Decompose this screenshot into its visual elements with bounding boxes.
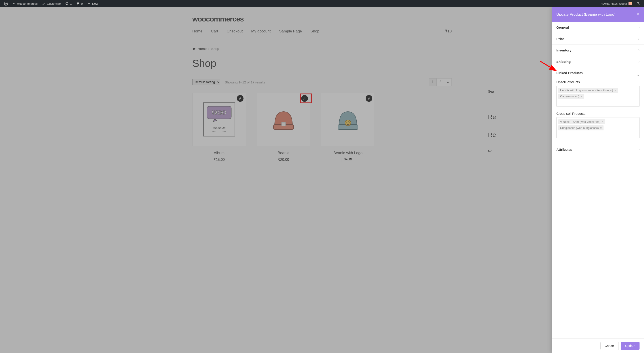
- section-linked-header[interactable]: Linked Products ⌄: [556, 71, 640, 78]
- search-icon[interactable]: [634, 2, 642, 5]
- close-icon[interactable]: ✕: [636, 12, 640, 17]
- crosssell-label: Cross-sell Products: [556, 112, 640, 115]
- chevron-right-icon: ›: [638, 25, 640, 29]
- svg-point-2: [14, 3, 15, 4]
- section-inventory[interactable]: Inventory›: [552, 45, 644, 56]
- tag: Cap (woo-cap)×: [558, 94, 584, 99]
- section-attributes[interactable]: Attributes›: [552, 144, 644, 155]
- site-link[interactable]: woocommerces: [10, 0, 40, 7]
- panel-title: Update Product (Beanie with Logo): [556, 12, 616, 17]
- crosssell-input[interactable]: V-Neck T-Shirt (woo-vneck-tee)× Sunglass…: [556, 117, 640, 138]
- wp-logo[interactable]: [2, 0, 10, 7]
- upsell-label: Upsell Products: [556, 80, 640, 84]
- section-general[interactable]: General›: [552, 22, 644, 33]
- section-price[interactable]: Price›: [552, 33, 644, 45]
- tag: Hoodie with Logo (woo-hoodie-with-logo)×: [558, 88, 618, 93]
- chevron-right-icon: ›: [638, 37, 640, 41]
- avatar: [628, 2, 632, 5]
- svg-point-3: [637, 2, 639, 4]
- remove-tag-icon[interactable]: ×: [602, 120, 604, 124]
- remove-tag-icon[interactable]: ×: [600, 126, 602, 130]
- adminbar-site-name: woocommerces: [17, 2, 38, 5]
- customize-link[interactable]: Customize: [40, 0, 63, 7]
- updates-link[interactable]: 1: [63, 0, 74, 7]
- upsell-input[interactable]: Hoodie with Logo (woo-hoodie-with-logo)×…: [556, 86, 640, 107]
- new-link[interactable]: New: [85, 0, 100, 7]
- comments-link[interactable]: 0: [74, 0, 85, 7]
- tag: V-Neck T-Shirt (woo-vneck-tee)×: [558, 119, 605, 124]
- svg-point-1: [13, 3, 14, 4]
- section-shipping[interactable]: Shipping›: [552, 56, 644, 67]
- howdy-user[interactable]: Howdy, Rashi Gupta: [598, 2, 634, 5]
- tag: Sunglasses (woo-sunglasses)×: [558, 125, 604, 130]
- chevron-right-icon: ›: [638, 60, 640, 64]
- chevron-right-icon: ›: [638, 147, 640, 151]
- panel-header: Update Product (Beanie with Logo) ✕: [552, 7, 644, 22]
- update-product-panel: Update Product (Beanie with Logo) ✕ Gene…: [552, 7, 644, 162]
- chevron-right-icon: ›: [638, 48, 640, 52]
- section-linked: Linked Products ⌄ Upsell Products Hoodie…: [552, 67, 644, 144]
- modal-overlay[interactable]: [0, 7, 644, 162]
- remove-tag-icon[interactable]: ×: [614, 89, 616, 92]
- admin-bar: woocommerces Customize 1 0 New Howdy, Ra…: [0, 0, 644, 7]
- remove-tag-icon[interactable]: ×: [580, 95, 582, 98]
- chevron-down-icon: ⌄: [636, 73, 640, 77]
